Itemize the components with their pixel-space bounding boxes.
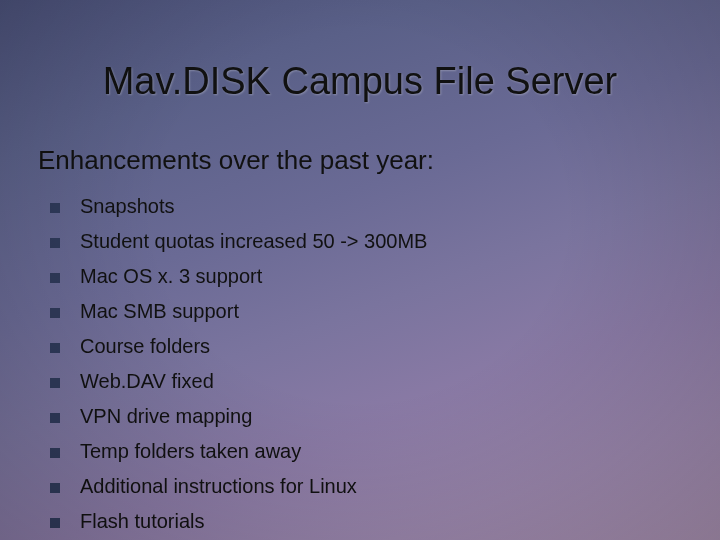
bullet-icon (50, 413, 60, 423)
bullet-icon (50, 273, 60, 283)
bullet-text: Web.DAV fixed (80, 367, 214, 396)
bullet-icon (50, 308, 60, 318)
list-item: Temp folders taken away (50, 437, 680, 466)
list-item: Snapshots (50, 192, 680, 221)
bullet-text: Course folders (80, 332, 210, 361)
bullet-icon (50, 448, 60, 458)
bullet-text: Mac OS x. 3 support (80, 262, 262, 291)
slide-subtitle: Enhancements over the past year: (38, 145, 434, 176)
bullet-text: Additional instructions for Linux (80, 472, 357, 501)
bullet-icon (50, 483, 60, 493)
bullet-text: Snapshots (80, 192, 175, 221)
list-item: Flash tutorials (50, 507, 680, 536)
list-item: Additional instructions for Linux (50, 472, 680, 501)
list-item: Mac SMB support (50, 297, 680, 326)
list-item: Web.DAV fixed (50, 367, 680, 396)
bullet-text: VPN drive mapping (80, 402, 252, 431)
list-item: Mac OS x. 3 support (50, 262, 680, 291)
bullet-text: Flash tutorials (80, 507, 205, 536)
bullet-icon (50, 203, 60, 213)
bullet-text: Mac SMB support (80, 297, 239, 326)
list-item: Student quotas increased 50 -> 300MB (50, 227, 680, 256)
bullet-icon (50, 378, 60, 388)
bullet-text: Temp folders taken away (80, 437, 301, 466)
bullet-icon (50, 518, 60, 528)
slide-title: Mav.DISK Campus File Server (0, 60, 720, 103)
list-item: Course folders (50, 332, 680, 361)
bullet-icon (50, 238, 60, 248)
bullet-text: Student quotas increased 50 -> 300MB (80, 227, 427, 256)
list-item: VPN drive mapping (50, 402, 680, 431)
slide: Mav.DISK Campus File Server Enhancements… (0, 0, 720, 540)
bullet-icon (50, 343, 60, 353)
bullet-list: Snapshots Student quotas increased 50 ->… (50, 192, 680, 540)
